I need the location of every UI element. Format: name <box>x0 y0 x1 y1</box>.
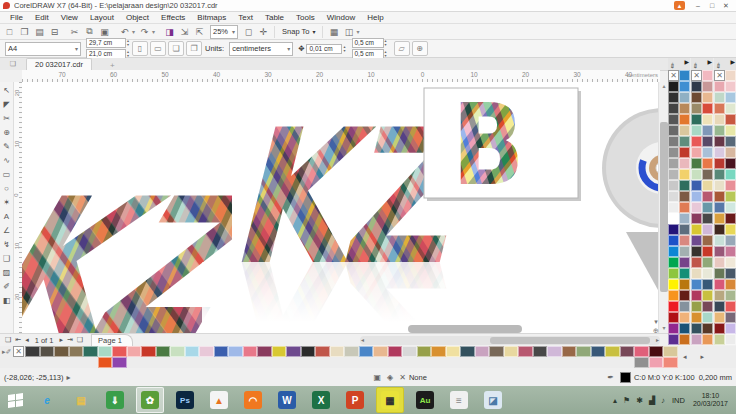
color-swatch[interactable] <box>714 191 725 202</box>
document-info-icon[interactable]: ▣ <box>374 373 382 382</box>
color-swatch[interactable] <box>725 202 736 213</box>
color-swatch[interactable] <box>691 202 702 213</box>
zoom-level-combo[interactable]: 25% ▾ <box>210 25 238 39</box>
color-swatch[interactable] <box>620 346 635 357</box>
color-swatch[interactable] <box>714 312 725 323</box>
strip-scroll-buttons[interactable]: ◂▸ <box>683 353 718 361</box>
menu-bitmaps[interactable]: Bitmaps <box>191 13 232 22</box>
color-swatch[interactable] <box>679 103 690 114</box>
undo-button[interactable]: ↶ <box>118 25 131 38</box>
color-swatch[interactable] <box>668 125 679 136</box>
color-swatch[interactable] <box>702 334 713 345</box>
first-page-button[interactable]: ⇤ <box>15 336 21 344</box>
text-tool[interactable]: A <box>1 209 13 223</box>
new-tab-button[interactable]: + <box>110 61 115 70</box>
color-swatch[interactable] <box>691 125 702 136</box>
portrait-button[interactable]: ▯ <box>132 41 148 56</box>
color-swatch[interactable] <box>725 92 736 103</box>
color-swatch[interactable] <box>576 346 591 357</box>
open-button[interactable]: ❐ <box>18 25 31 38</box>
color-swatch[interactable] <box>725 290 736 301</box>
color-swatch[interactable] <box>668 246 679 257</box>
menu-view[interactable]: View <box>55 13 84 22</box>
palette-flyout-icon[interactable]: ▶ <box>730 58 735 65</box>
options-button[interactable]: ▦ <box>327 25 340 38</box>
paper-width-field[interactable]: 29,7 cm <box>86 38 126 48</box>
color-swatch[interactable] <box>725 213 736 224</box>
color-swatch[interactable] <box>518 346 533 357</box>
color-swatch[interactable] <box>679 114 690 125</box>
color-swatch[interactable] <box>373 346 388 357</box>
palette-scroll-down-button[interactable]: ▾ <box>654 318 658 326</box>
color-swatch[interactable] <box>668 180 679 191</box>
color-swatch[interactable] <box>691 235 702 246</box>
file-explorer[interactable]: ▤ <box>68 388 94 412</box>
no-color-swatch[interactable]: ✕ <box>668 70 679 81</box>
color-swatch[interactable] <box>605 346 620 357</box>
color-swatch[interactable] <box>634 357 649 368</box>
undo-button-dropdown[interactable]: ▾ <box>132 28 135 35</box>
transparency-tool[interactable]: ▨ <box>1 265 13 279</box>
color-swatch[interactable] <box>691 180 702 191</box>
color-swatch[interactable] <box>702 202 713 213</box>
color-swatch[interactable] <box>668 169 679 180</box>
color-swatch[interactable] <box>228 346 243 357</box>
nudge-field[interactable]: 0,01 cm <box>306 44 342 54</box>
color-swatch[interactable] <box>725 158 736 169</box>
redo-button[interactable]: ↷ <box>138 25 151 38</box>
add-page-end-button[interactable]: ❏ <box>77 336 83 344</box>
close-button[interactable]: ✕ <box>719 1 733 11</box>
color-swatch[interactable] <box>679 301 690 312</box>
color-swatch[interactable] <box>691 301 702 312</box>
color-swatch[interactable] <box>668 103 679 114</box>
color-swatch[interactable] <box>679 290 690 301</box>
color-swatch[interactable] <box>702 268 713 279</box>
color-swatch[interactable] <box>679 125 690 136</box>
start-button[interactable] <box>0 386 30 414</box>
menu-text[interactable]: Text <box>232 13 259 22</box>
save-button[interactable]: ▤ <box>33 25 46 38</box>
color-swatch[interactable] <box>460 346 475 357</box>
color-swatch[interactable] <box>714 202 725 213</box>
search-content-button[interactable]: ◨ <box>163 25 176 38</box>
palette-flyout-icon[interactable]: ▶ <box>684 58 689 65</box>
eyedropper-icon[interactable]: ✐ <box>714 61 724 71</box>
color-swatch[interactable] <box>691 257 702 268</box>
color-swatch[interactable] <box>725 136 736 147</box>
color-swatch[interactable] <box>679 147 690 158</box>
application-launcher-button-dropdown[interactable]: ▾ <box>356 28 359 35</box>
color-swatch[interactable] <box>714 213 725 224</box>
polygon-tool[interactable]: ✶ <box>1 195 13 209</box>
color-swatch[interactable] <box>725 257 736 268</box>
color-swatch[interactable] <box>702 213 713 224</box>
color-swatch[interactable] <box>725 235 736 246</box>
uc-browser[interactable]: ◠ <box>240 388 266 412</box>
no-color-swatch[interactable]: ✕ <box>714 70 725 81</box>
fill-info-icon[interactable]: ◈ <box>387 373 393 382</box>
horizontal-scrollbar[interactable]: ◂ ▸ <box>360 336 660 345</box>
redo-button-dropdown[interactable]: ▾ <box>152 28 155 35</box>
color-swatch[interactable] <box>69 346 84 357</box>
previous-page-button[interactable]: ◂ <box>25 336 29 344</box>
color-swatch[interactable] <box>170 346 185 357</box>
color-swatch[interactable] <box>679 334 690 345</box>
color-swatch[interactable] <box>702 246 713 257</box>
show-rulers-button[interactable]: ✛ <box>257 25 270 38</box>
color-swatch[interactable] <box>649 357 664 368</box>
ms-excel[interactable]: X <box>308 388 334 412</box>
color-swatch[interactable] <box>725 246 736 257</box>
zoom-tool[interactable]: ⊕ <box>1 125 13 139</box>
color-swatch[interactable] <box>702 103 713 114</box>
color-swatch[interactable] <box>714 323 725 334</box>
color-swatch[interactable] <box>714 92 725 103</box>
duplicate-x-field[interactable]: 0,5 cm <box>352 38 384 48</box>
page-size-combo[interactable]: A4 ▾ <box>5 42 81 56</box>
color-swatch[interactable] <box>725 191 736 202</box>
palette-flyout-icon[interactable]: ▸✐ <box>2 348 11 356</box>
document-corner-icon[interactable]: ❏ <box>0 58 26 70</box>
color-swatch[interactable] <box>679 235 690 246</box>
units-combo[interactable]: centimeters ▾ <box>229 42 293 56</box>
color-swatch[interactable] <box>431 346 446 357</box>
taskbar-clock[interactable]: 18:10 20/03/2017 <box>693 392 728 408</box>
color-swatch[interactable] <box>714 334 725 345</box>
